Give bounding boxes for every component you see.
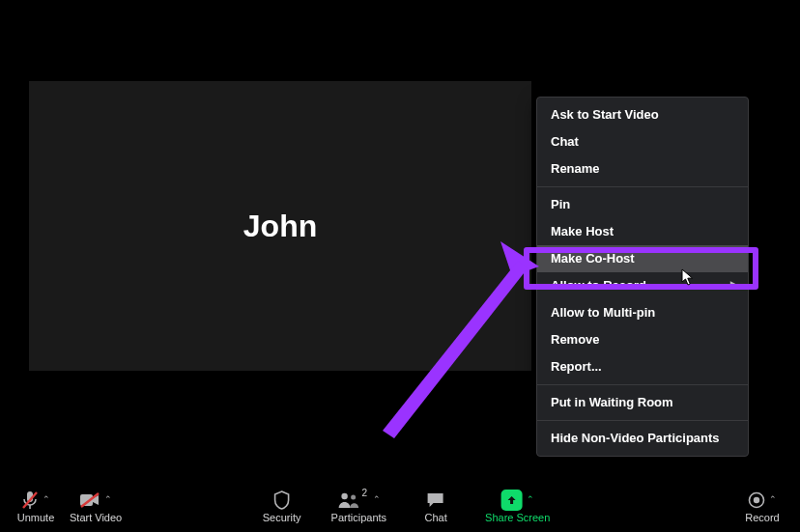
security-label: Security: [263, 513, 301, 523]
record-button[interactable]: ⌃ Record: [742, 490, 783, 523]
chevron-right-icon: ▶: [730, 271, 738, 298]
record-label: Record: [745, 513, 779, 523]
menu-make-host[interactable]: Make Host: [537, 218, 748, 245]
chat-icon: [426, 491, 445, 509]
microphone-muted-icon: [21, 490, 39, 510]
shield-icon: [273, 490, 291, 510]
start-video-button[interactable]: ⌃ Start Video: [70, 490, 122, 523]
menu-remove[interactable]: Remove: [537, 326, 748, 353]
chat-button[interactable]: Chat: [415, 490, 456, 523]
chevron-up-icon[interactable]: ⌃: [527, 494, 534, 505]
menu-separator: [537, 384, 748, 385]
menu-hide-non-video[interactable]: Hide Non-Video Participants: [537, 425, 748, 452]
chevron-up-icon[interactable]: ⌃: [43, 494, 50, 505]
video-off-icon: [79, 492, 100, 508]
menu-separator: [537, 186, 748, 187]
menu-make-co-host[interactable]: Make Co-Host: [537, 245, 748, 272]
share-screen-icon: [501, 490, 523, 511]
participants-icon: [337, 491, 360, 509]
menu-ask-start-video[interactable]: Ask to Start Video: [537, 101, 748, 128]
menu-chat[interactable]: Chat: [537, 128, 748, 155]
menu-rename[interactable]: Rename: [537, 155, 748, 182]
menu-allow-record-label: Allow to Record: [551, 278, 646, 293]
chevron-up-icon[interactable]: ⌃: [373, 494, 381, 505]
security-button[interactable]: Security: [262, 490, 302, 523]
participant-name: John: [243, 209, 317, 244]
record-icon: [748, 491, 765, 509]
unmute-button[interactable]: ⌃ Unmute: [15, 490, 56, 523]
svg-point-7: [341, 492, 347, 498]
chevron-up-icon[interactable]: ⌃: [769, 494, 777, 505]
participants-label: Participants: [331, 513, 386, 523]
svg-point-10: [754, 496, 759, 502]
meeting-toolbar: ⌃ Unmute ⌃ Start Video Security: [0, 480, 800, 532]
menu-pin[interactable]: Pin: [537, 191, 748, 218]
participant-context-menu: Ask to Start Video Chat Rename Pin Make …: [536, 97, 749, 457]
share-screen-label: Share Screen: [485, 513, 550, 523]
menu-report[interactable]: Report...: [537, 353, 748, 380]
unmute-label: Unmute: [17, 513, 55, 523]
menu-separator: [537, 420, 748, 421]
svg-point-8: [351, 494, 356, 499]
participant-video-tile[interactable]: John: [29, 81, 531, 371]
participants-button[interactable]: 2 ⌃ Participants: [331, 490, 386, 523]
menu-allow-multipin[interactable]: Allow to Multi-pin: [537, 299, 748, 326]
menu-put-waiting-room[interactable]: Put in Waiting Room: [537, 389, 748, 416]
chat-label: Chat: [424, 513, 446, 523]
participants-count: 2: [362, 488, 368, 498]
menu-allow-record[interactable]: Allow to Record ▶: [537, 272, 748, 299]
start-video-label: Start Video: [70, 513, 122, 523]
share-screen-button[interactable]: ⌃ Share Screen: [485, 490, 550, 523]
chevron-up-icon[interactable]: ⌃: [104, 494, 112, 505]
